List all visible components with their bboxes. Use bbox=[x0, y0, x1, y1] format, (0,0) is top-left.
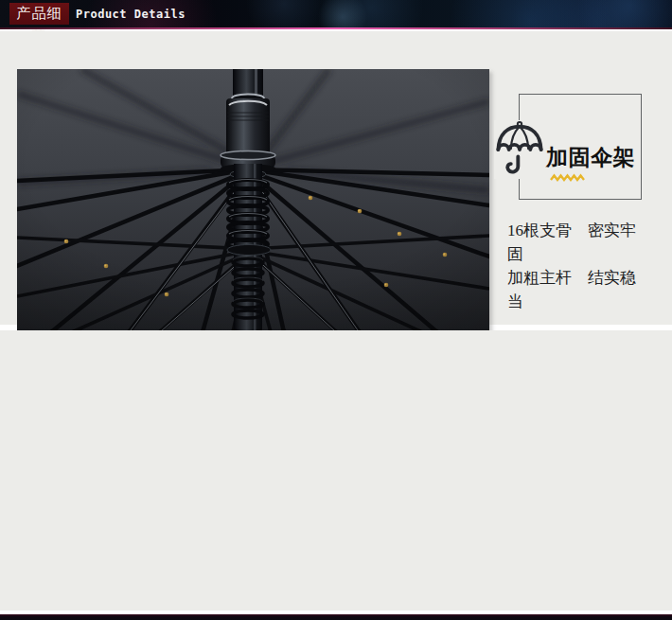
product-details-page: 产品细节 Product Details bbox=[0, 0, 672, 620]
umbrella-icon bbox=[494, 120, 545, 179]
section-fiber-ribs: 纤维支骨 轻盈柔韧 降低伞重 抗风抗压 不易弯折 bbox=[0, 330, 672, 611]
header-divider-line bbox=[0, 27, 672, 29]
desc-line: 16根支骨 密实牢固 bbox=[507, 219, 642, 266]
gold-zigzag-ornament bbox=[550, 173, 586, 182]
desc-line: 加粗主杆 结实稳当 bbox=[507, 266, 642, 313]
feature-desc-frame: 16根支骨 密实牢固 加粗主杆 结实稳当 bbox=[507, 219, 642, 313]
umbrella-frame-photo bbox=[17, 69, 489, 332]
section-reinforced-frame: 加固伞架 16根支骨 密实牢固 加粗主杆 结实稳当 bbox=[0, 31, 672, 325]
feature-title-frame: 加固伞架 bbox=[546, 145, 635, 169]
next-section-edge bbox=[0, 614, 672, 620]
header-en-label: Product Details bbox=[76, 0, 186, 27]
section-header-banner: 产品细节 Product Details bbox=[0, 0, 672, 27]
header-cn-label: 产品细节 bbox=[9, 3, 69, 25]
